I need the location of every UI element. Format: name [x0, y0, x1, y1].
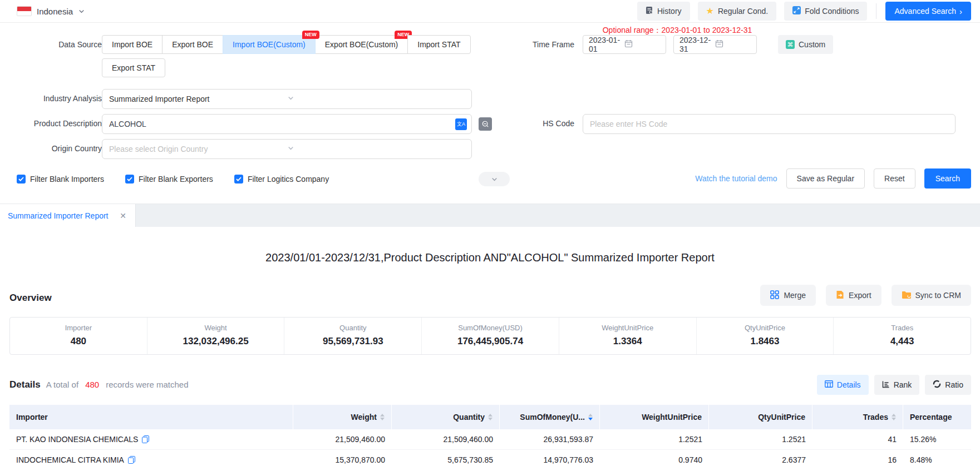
filter-logistics-company-checkbox[interactable]: Filter Logitics Company: [234, 175, 329, 184]
col-percentage: Percentage: [903, 405, 971, 429]
weight-cell: 21,509,460.00: [293, 429, 392, 450]
data-source-label: Data Source: [7, 35, 102, 54]
col-weight[interactable]: Weight: [293, 405, 392, 429]
save-as-regular-button[interactable]: Save as Regular: [786, 168, 865, 189]
country-name: Indonesia: [37, 7, 73, 16]
industry-analysis-select[interactable]: Summarized Importer Report: [102, 89, 472, 109]
overview-buttons: Merge Export Sync to CRM: [760, 285, 971, 306]
folder-sync-icon: [902, 291, 911, 300]
search-form: Optional range：2023-01-01 to 2023-12-31 …: [0, 23, 980, 204]
product-description-input[interactable]: [102, 114, 472, 134]
start-date-input[interactable]: 2023-01-01: [583, 35, 666, 54]
optional-range-hint: Optional range：2023-01-01 to 2023-12-31: [583, 26, 772, 36]
data-source-export-boe[interactable]: Export BOE: [162, 35, 223, 54]
report-content: 2023/01/01-2023/12/31,Product Descriptio…: [0, 227, 980, 466]
view-details-button[interactable]: Details: [817, 375, 869, 395]
view-ratio-button[interactable]: Ratio: [925, 375, 971, 395]
filter-blank-importers-checkbox[interactable]: Filter Blank Importers: [17, 175, 104, 184]
importer-cell: PT. KAO INDONESIA CHEMICALS: [9, 429, 293, 450]
table-row: INDOCHEMICAL CITRA KIMIA 15,370,870.00 5…: [9, 450, 971, 466]
close-icon[interactable]: ✕: [117, 210, 129, 221]
importer-cell: INDOCHEMICAL CITRA KIMIA: [9, 450, 293, 466]
time-frame-label: Time Frame: [485, 35, 574, 54]
indonesia-flag-icon: [17, 6, 32, 16]
wup-cell: 1.2521: [600, 429, 709, 450]
data-source-export-stat[interactable]: Export STAT: [102, 58, 165, 77]
end-date-input[interactable]: 2023-12-31: [673, 35, 757, 54]
data-source-group: Import BOE Export BOE Import BOE(Custom)…: [102, 35, 471, 54]
export-icon: [836, 290, 844, 301]
tab-strip: Summarized Importer Report ✕: [0, 204, 980, 227]
history-icon: [646, 6, 653, 16]
chevron-down-icon: [287, 95, 465, 103]
table-header-row: Importer Weight Quantity SumOfMoney(U...…: [9, 405, 971, 429]
copy-icon[interactable]: [128, 456, 135, 464]
filter-blank-exporters-checkbox[interactable]: Filter Blank Exporters: [125, 175, 213, 184]
merge-icon: [770, 290, 779, 301]
overview-heading: Overview: [9, 293, 52, 304]
sync-to-crm-button[interactable]: Sync to CRM: [892, 285, 971, 306]
stat-weight-unit-price: WeightUnitPrice 1.3364: [559, 318, 696, 354]
merge-button[interactable]: Merge: [760, 285, 816, 306]
form-actions: Watch the tutorial demo Save as Regular …: [695, 168, 971, 189]
product-description-label: Product Description: [7, 114, 102, 133]
data-source-import-boe[interactable]: Import BOE: [102, 35, 162, 54]
sort-icon[interactable]: [892, 414, 896, 420]
hs-code-input[interactable]: [583, 114, 956, 134]
weight-cell: 15,370,870.00: [293, 450, 392, 466]
sum-cell: 26,931,593.87: [500, 429, 600, 450]
divider: [876, 3, 876, 19]
data-source-import-boe-custom[interactable]: Import BOE(Custom) NEW: [223, 35, 316, 54]
sort-icon-active-desc[interactable]: [588, 414, 593, 420]
percentage-cell: 15.26%: [903, 429, 971, 450]
calendar-icon: [624, 39, 660, 49]
industry-analysis-label: Industry Analysis: [7, 89, 102, 108]
custom-icon: ⌘: [786, 40, 795, 49]
topbar: Indonesia History ★ Regular Cond. Fold C…: [0, 0, 980, 23]
fold-conditions-button[interactable]: Fold Conditions: [784, 2, 867, 21]
new-badge: NEW: [302, 31, 319, 39]
custom-range-button[interactable]: ⌘ Custom: [778, 35, 833, 54]
sum-cell: 14,970,776.03: [500, 450, 600, 466]
translate-icon[interactable]: 文A: [455, 118, 467, 130]
tutorial-demo-link[interactable]: Watch the tutorial demo: [695, 174, 777, 183]
col-weight-unit-price: WeightUnitPrice: [600, 405, 709, 429]
qup-cell: 1.2521: [709, 429, 812, 450]
report-title: 2023/01/01-2023/12/31,Product Descriptio…: [0, 251, 980, 264]
sort-icon[interactable]: [488, 414, 493, 420]
col-trades[interactable]: Trades: [812, 405, 903, 429]
origin-country-select[interactable]: Please select Origin Country: [102, 139, 472, 159]
qup-cell: 2.6377: [709, 450, 812, 466]
importer-name[interactable]: PT. KAO INDONESIA CHEMICALS: [16, 435, 138, 444]
history-button[interactable]: History: [637, 2, 690, 21]
reset-button[interactable]: Reset: [874, 168, 915, 189]
col-sum-of-money[interactable]: SumOfMoney(U...: [500, 405, 600, 429]
chevron-down-icon: [287, 145, 465, 153]
view-rank-button[interactable]: Rank: [874, 375, 920, 395]
search-button[interactable]: Search: [924, 168, 971, 189]
tab-summarized-importer-report[interactable]: Summarized Importer Report ✕: [0, 204, 136, 227]
advanced-search-button[interactable]: Advanced Search ›: [885, 2, 971, 21]
match-count: 480: [84, 380, 100, 389]
quantity-cell: 21,509,460.00: [392, 429, 500, 450]
ratio-icon: [933, 380, 941, 390]
stat-weight: Weight 132,032,496.25: [147, 318, 284, 354]
country-selector[interactable]: Indonesia: [17, 6, 85, 16]
data-source-import-stat[interactable]: Import STAT: [407, 35, 470, 54]
checkbox-checked-icon: [17, 175, 26, 184]
collapse-conditions-button[interactable]: [479, 172, 510, 186]
data-source-export-boe-custom[interactable]: Export BOE(Custom) NEW: [315, 35, 408, 54]
importer-name[interactable]: INDOCHEMICAL CITRA KIMIA: [16, 455, 124, 464]
regular-cond-button[interactable]: ★ Regular Cond.: [698, 2, 777, 21]
product-description-wrap: 文A: [102, 114, 472, 134]
sort-icon[interactable]: [380, 414, 385, 420]
details-line: Details A total of 480 records were matc…: [9, 379, 189, 390]
stat-qty-unit-price: QtyUnitPrice 1.8463: [696, 318, 834, 354]
copy-icon[interactable]: [142, 435, 149, 443]
col-quantity[interactable]: Quantity: [392, 405, 500, 429]
export-button[interactable]: Export: [826, 285, 881, 306]
fold-icon: [792, 6, 801, 16]
stat-trades: Trades 4,443: [833, 318, 971, 354]
col-importer: Importer: [9, 405, 293, 429]
overview-stats-panel: Importer 480 Weight 132,032,496.25 Quant…: [9, 317, 971, 355]
